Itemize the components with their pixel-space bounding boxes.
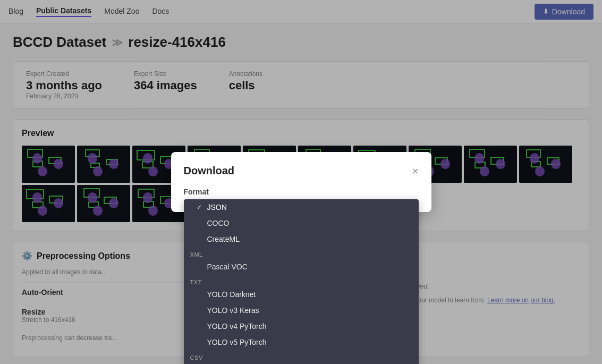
format-label: Format xyxy=(184,188,419,196)
option-pascal-voc[interactable]: Pascal VOC xyxy=(184,259,419,275)
download-modal: Download × Format JSON ✓ JSON COCO xyxy=(171,152,431,212)
group-label-txt: TXT xyxy=(184,275,419,286)
option-json[interactable]: ✓ JSON xyxy=(184,199,419,215)
modal-close-button[interactable]: × xyxy=(412,166,419,176)
modal-header: Download × xyxy=(184,165,419,177)
option-coco[interactable]: COCO xyxy=(184,215,419,231)
modal-title: Download xyxy=(184,165,235,177)
option-yolo-v3-keras[interactable]: YOLO v3 Keras xyxy=(184,302,419,318)
option-yolo-v4-pytorch[interactable]: YOLO v4 PyTorch xyxy=(184,318,419,334)
check-icon: ✓ xyxy=(197,204,204,211)
modal-overlay[interactable]: Download × Format JSON ✓ JSON COCO xyxy=(0,0,602,364)
option-yolo-darknet[interactable]: YOLO Darknet xyxy=(184,286,419,302)
option-tensorflow-od[interactable]: Tensorflow Object Detection xyxy=(184,362,419,364)
option-createml[interactable]: CreateML xyxy=(184,231,419,247)
group-label-csv: CSV xyxy=(184,350,419,362)
option-yolo-v5-pytorch[interactable]: YOLO v5 PyTorch xyxy=(184,334,419,350)
format-dropdown-open[interactable]: ✓ JSON COCO CreateML XML Pascal VOC xyxy=(184,199,419,364)
group-label-xml: XML xyxy=(184,247,419,259)
